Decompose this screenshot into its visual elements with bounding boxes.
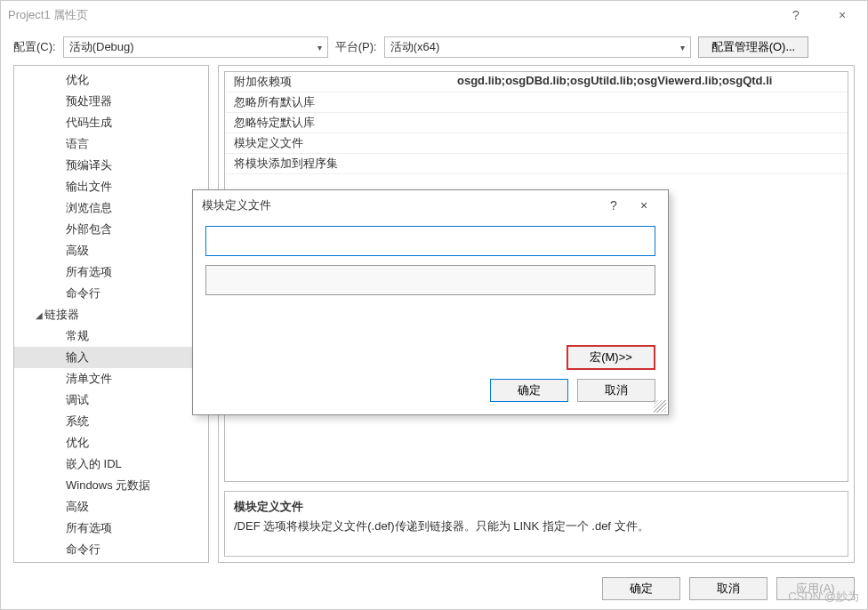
tree-item[interactable]: 高级 (14, 496, 208, 518)
tree-item[interactable]: 命令行 (14, 539, 208, 560)
dialog-footer: 确定 取消 应用(A) (1, 568, 867, 609)
platform-label: 平台(P): (335, 39, 377, 55)
tree-item-label: 命令行 (66, 286, 100, 300)
property-value[interactable] (452, 92, 848, 112)
property-row[interactable]: 模块定义文件 (225, 133, 848, 154)
tree-item-label: Windows 元数据 (66, 478, 150, 492)
tree-item[interactable]: 所有选项 (14, 518, 208, 539)
help-icon[interactable]: ? (778, 8, 814, 22)
tree-item-label: 外部包含 (66, 222, 112, 236)
tree-item[interactable]: 语言 (14, 133, 208, 155)
tree-item[interactable]: 嵌入的 IDL (14, 453, 208, 475)
tree-item-label: 优化 (66, 73, 89, 86)
property-name: 模块定义文件 (225, 133, 452, 153)
property-value[interactable] (452, 113, 848, 132)
macros-button[interactable]: 宏(M)>> (567, 345, 655, 370)
tree-item-label: 浏览信息 (66, 201, 112, 214)
modal-help-icon[interactable]: ? (599, 198, 629, 213)
tree-item[interactable]: 输入 (14, 347, 208, 368)
close-icon[interactable]: × (824, 8, 860, 22)
config-manager-button[interactable]: 配置管理器(O)... (698, 36, 809, 58)
property-row[interactable]: 将模块添加到程序集 (225, 154, 848, 174)
modal-title: 模块定义文件 (202, 197, 599, 213)
description-title: 模块定义文件 (234, 499, 839, 515)
tree-item[interactable]: 清单文件 (14, 368, 208, 389)
tree-item-label: 系统 (66, 414, 89, 428)
tree-item[interactable]: 调试 (14, 389, 208, 411)
apply-button[interactable]: 应用(A) (776, 577, 855, 600)
property-row[interactable]: 附加依赖项osgd.lib;osgDBd.lib;osgUtild.lib;os… (225, 72, 848, 92)
category-tree[interactable]: 优化预处理器代码生成语言预编译头输出文件浏览信息外部包含高级所有选项命令行◢链接… (13, 65, 209, 563)
tree-item-label: 输入 (66, 350, 89, 364)
property-name: 将模块添加到程序集 (225, 154, 452, 173)
tree-item[interactable]: ▷清单工具 (14, 560, 208, 563)
property-row[interactable]: 忽略特定默认库 (225, 113, 848, 133)
tree-item-label: 所有选项 (66, 265, 112, 278)
modal-close-icon[interactable]: × (629, 198, 659, 213)
module-def-input[interactable] (205, 226, 655, 256)
tree-item[interactable]: Windows 元数据 (14, 475, 208, 496)
tree-item[interactable]: 常规 (14, 325, 208, 347)
ok-button[interactable]: 确定 (602, 577, 680, 600)
tree-item-label: 预处理器 (66, 94, 112, 108)
tree-item[interactable]: 输出文件 (14, 176, 208, 197)
tree-item-label: 所有选项 (66, 521, 112, 534)
tree-item-label: 调试 (66, 393, 89, 406)
tree-item[interactable]: 系统 (14, 411, 208, 432)
title-bar: Project1 属性页 ? × (1, 1, 867, 29)
toolbar: 配置(C): 活动(Debug) ▾ 平台(P): 活动(x64) ▾ 配置管理… (1, 29, 867, 65)
property-value[interactable]: osgd.lib;osgDBd.lib;osgUtild.lib;osgView… (452, 72, 848, 92)
resize-grip-icon[interactable] (654, 400, 666, 413)
evaluated-value-display (205, 265, 655, 295)
config-label: 配置(C): (13, 39, 56, 55)
chevron-down-icon: ▾ (680, 43, 685, 52)
cancel-button[interactable]: 取消 (689, 577, 768, 600)
property-value[interactable] (452, 154, 848, 173)
tree-item[interactable]: 浏览信息 (14, 197, 208, 219)
tree-item[interactable]: 外部包含 (14, 219, 208, 240)
tree-item-label: 清单文件 (66, 372, 112, 385)
tree-item[interactable]: 高级 (14, 240, 208, 261)
tree-item[interactable]: 预处理器 (14, 91, 208, 112)
tree-item-label: 输出文件 (66, 180, 112, 193)
description-body: /DEF 选项将模块定义文件(.def)传递到链接器。只能为 LINK 指定一个… (234, 518, 839, 534)
config-value: 活动(Debug) (69, 39, 134, 55)
config-combo[interactable]: 活动(Debug) ▾ (63, 36, 328, 58)
description-box: 模块定义文件 /DEF 选项将模块定义文件(.def)传递到链接器。只能为 LI… (224, 491, 848, 557)
tree-item-label: 预编译头 (66, 158, 112, 172)
tree-item[interactable]: 优化 (14, 69, 208, 91)
modal-ok-button[interactable]: 确定 (490, 379, 568, 402)
tree-item[interactable]: 命令行 (14, 283, 208, 304)
tree-item[interactable]: 预编译头 (14, 155, 208, 176)
platform-combo[interactable]: 活动(x64) ▾ (384, 36, 691, 58)
module-def-dialog: 模块定义文件 ? × 宏(M)>> 确定 取消 (192, 189, 669, 415)
modal-title-bar: 模块定义文件 ? × (193, 190, 668, 221)
property-value[interactable] (452, 133, 848, 153)
caret-down-icon: ◢ (36, 310, 44, 320)
tree-item-label: 高级 (66, 500, 89, 513)
tree-item[interactable]: 代码生成 (14, 112, 208, 133)
property-name: 忽略特定默认库 (225, 113, 452, 132)
tree-item-label: 命令行 (66, 542, 100, 556)
tree-item[interactable]: 所有选项 (14, 261, 208, 283)
tree-item-label: 语言 (66, 137, 89, 150)
chevron-down-icon: ▾ (317, 43, 322, 52)
tree-item[interactable]: ◢链接器 (14, 304, 208, 325)
property-row[interactable]: 忽略所有默认库 (225, 92, 848, 113)
tree-item-label: 链接器 (44, 308, 79, 321)
tree-item-label: 常规 (66, 329, 89, 342)
property-name: 忽略所有默认库 (225, 92, 452, 112)
modal-cancel-button[interactable]: 取消 (577, 379, 655, 402)
tree-item-label: 高级 (66, 244, 89, 257)
tree-item-label: 优化 (66, 436, 89, 449)
tree-item-label: 代码生成 (66, 116, 112, 129)
window-title: Project1 属性页 (8, 7, 778, 23)
tree-item-label: 嵌入的 IDL (66, 457, 122, 470)
tree-item[interactable]: 优化 (14, 432, 208, 453)
platform-value: 活动(x64) (390, 39, 440, 55)
property-name: 附加依赖项 (225, 72, 452, 92)
